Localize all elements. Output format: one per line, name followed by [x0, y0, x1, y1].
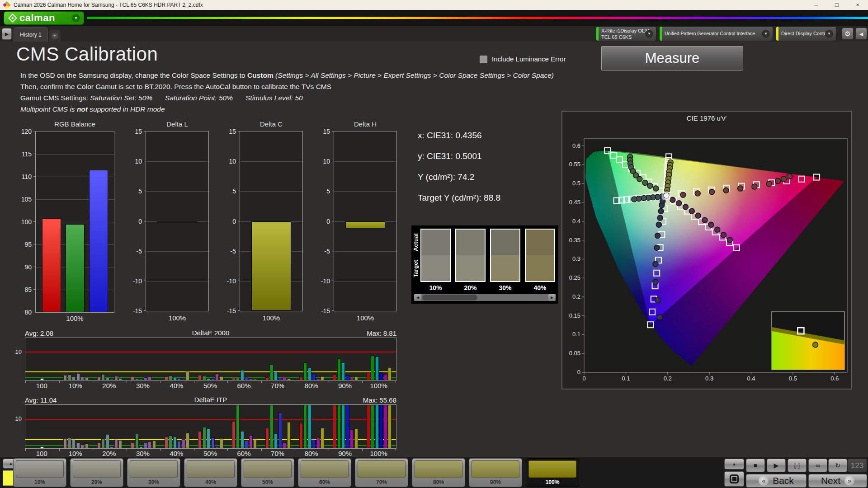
- cie-measured-marker: [721, 232, 726, 238]
- scroll-left-icon[interactable]: ◀: [414, 294, 421, 301]
- cie-inset-zoom: [772, 312, 844, 370]
- svg-text:0.6: 0.6: [830, 375, 839, 382]
- chart-bar: [106, 434, 109, 448]
- chart-bar: [173, 436, 177, 448]
- svg-text:0.2: 0.2: [664, 375, 672, 382]
- patch-color: [187, 460, 235, 478]
- scroll-right-icon[interactable]: ▶: [548, 294, 556, 301]
- color-swatch-10%: [420, 229, 451, 282]
- tab-nav-button[interactable]: ▶: [2, 28, 12, 40]
- chart-bar: [367, 372, 370, 380]
- gridline: [146, 191, 208, 192]
- scrollbar-thumb[interactable]: [422, 295, 477, 300]
- back-button[interactable]: « Back: [746, 474, 807, 488]
- patch-button-20%[interactable]: 20%: [70, 458, 123, 487]
- checkbox-label: Include Luminance Error: [492, 55, 566, 63]
- axis-label: 85: [24, 286, 32, 293]
- row-up-button[interactable]: ▲: [724, 459, 744, 469]
- cie-measured-marker: [658, 208, 664, 214]
- target-color: [456, 255, 485, 281]
- patch-label: 40%: [184, 479, 237, 485]
- chart-bar: [114, 376, 118, 380]
- collapse-panel-button[interactable]: ◀: [855, 28, 867, 40]
- chart-bar: [375, 357, 379, 380]
- marker-button[interactable]: [·]: [788, 459, 807, 472]
- patch-button-80%[interactable]: 80%: [412, 458, 465, 487]
- instruction-line-3: Gamut CMS Settings: Saturation Set: 50%S…: [20, 94, 303, 102]
- chart-bar: [203, 376, 206, 380]
- cie-chart-title: CIE 1976 u'v': [562, 114, 851, 122]
- cie-measured-marker: [641, 195, 646, 201]
- target-color: [491, 255, 519, 281]
- cie-1976-panel: CIE 1976 u'v' 00.10.20.30.40.50.600.050.…: [561, 111, 852, 389]
- chart-bar: [72, 440, 75, 448]
- continuous-measure-button[interactable]: ∞: [808, 459, 827, 472]
- rainbow-gradient-strip: [87, 17, 868, 19]
- svg-text:0.2: 0.2: [572, 293, 580, 300]
- patch-button-70%[interactable]: 70%: [355, 458, 408, 487]
- cie-measured-marker: [787, 174, 793, 179]
- next-button[interactable]: Next »: [808, 474, 867, 488]
- readout-y-cie31: y: CIE31: 0.5001: [418, 151, 482, 161]
- actual-row-label: Actual: [412, 229, 420, 255]
- axis-tick: [332, 221, 334, 221]
- tab-history-1[interactable]: History 1: [14, 27, 48, 42]
- meter-device-dropdown[interactable]: X-Rite i1Display OEM TCL 65 C6KS ▼: [596, 26, 656, 41]
- patch-button-30%[interactable]: 30%: [127, 458, 180, 487]
- close-button[interactable]: ×: [847, 0, 868, 10]
- axis-tick: [33, 154, 36, 154]
- actual-color: [491, 230, 519, 255]
- axis-label: 0: [138, 218, 142, 225]
- measure-button[interactable]: Measure: [601, 46, 743, 70]
- axis-label: -10: [133, 277, 142, 285]
- patch-button-100%[interactable]: 100%: [526, 458, 579, 487]
- chart-bar: [101, 374, 105, 380]
- display-control-dropdown[interactable]: Direct Display Control ▼: [776, 26, 836, 41]
- patch-button-10%[interactable]: 10%: [13, 458, 66, 487]
- axis-label: 80%: [294, 382, 328, 389]
- chart-bar: [375, 405, 379, 448]
- add-tab-button[interactable]: +: [49, 30, 61, 42]
- chevron-down-icon[interactable]: ▼: [825, 30, 833, 38]
- target-actual-panel: Actual Target ◀ ▶ 10%20%30%40%: [411, 225, 558, 304]
- chart-bar: [249, 379, 253, 380]
- cie-measured-marker: [680, 192, 686, 197]
- patch-button-40%[interactable]: 40%: [184, 458, 237, 487]
- chevron-down-icon[interactable]: ▼: [72, 14, 80, 22]
- cie-measured-marker: [683, 204, 688, 210]
- calman-menu-button[interactable]: calman ▼: [4, 11, 84, 25]
- deitp-x-labels: 10010%20%30%40%50%60%70%80%90%100%: [25, 450, 396, 458]
- chart-bar: [203, 427, 206, 448]
- cie-measured-marker: [727, 237, 732, 243]
- minimize-button[interactable]: –: [806, 0, 826, 10]
- stop-button[interactable]: ■: [746, 459, 765, 472]
- patch-button-bar: ▲ 10%20%30%40%50%60%70%80%90%100% ▲ ■ ▶ …: [0, 457, 868, 488]
- cie-measured-marker: [766, 181, 772, 187]
- gridline: [146, 161, 208, 162]
- axis-tick: [238, 161, 240, 161]
- patch-button-60%[interactable]: 60%: [298, 458, 351, 487]
- chevron-down-icon[interactable]: ▼: [645, 30, 653, 38]
- play-button[interactable]: ▶: [767, 459, 786, 472]
- axis-label: -5: [137, 248, 142, 255]
- device-name: X-Rite i1Display OEM: [601, 28, 649, 33]
- chart-bar: [232, 421, 236, 448]
- axis-tick: [144, 251, 146, 251]
- chevron-down-icon[interactable]: ▼: [762, 30, 770, 38]
- patch-label: 90%: [469, 479, 522, 485]
- axis-tick: [33, 221, 36, 222]
- cie-measured-marker: [653, 186, 659, 191]
- maximize-button[interactable]: □: [826, 0, 847, 10]
- patch-button-50%[interactable]: 50%: [241, 458, 294, 487]
- chart-bar: [118, 378, 122, 380]
- include-luminance-error-checkbox[interactable]: [480, 56, 487, 63]
- axis-label: 70%: [261, 450, 295, 457]
- swatch-scrollbar[interactable]: ◀ ▶: [414, 294, 556, 301]
- refresh-button[interactable]: ↻: [828, 459, 847, 472]
- status-bar: [776, 27, 778, 41]
- patch-button-90%[interactable]: 90%: [469, 458, 522, 487]
- pattern-window-button[interactable]: [724, 471, 744, 487]
- settings-gear-button[interactable]: ⚙: [842, 28, 854, 40]
- pattern-generator-dropdown[interactable]: Unified Pattern Generator Control Interf…: [659, 26, 773, 41]
- cie-measured-marker: [702, 217, 708, 223]
